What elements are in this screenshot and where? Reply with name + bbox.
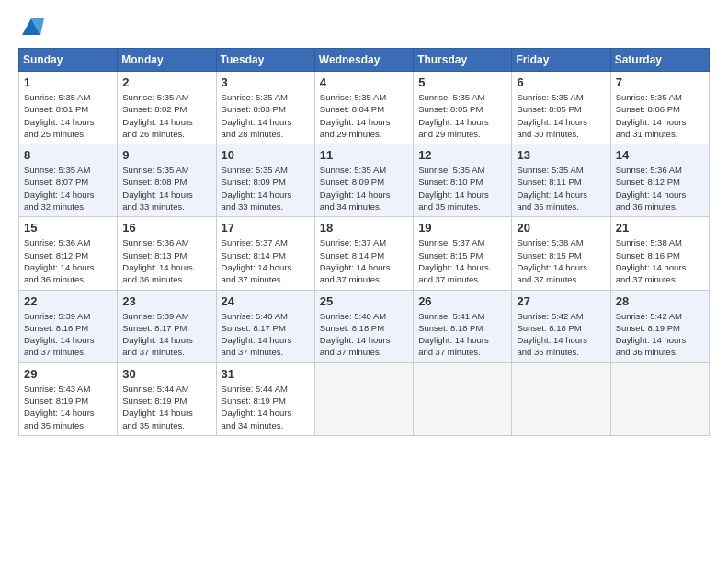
calendar-cell: 2Sunrise: 5:35 AMSunset: 8:02 PMDaylight…: [118, 72, 216, 144]
calendar-week-0: 1Sunrise: 5:35 AMSunset: 8:01 PMDaylight…: [19, 72, 710, 144]
day-info: Sunrise: 5:35 AMSunset: 8:04 PMDaylight:…: [320, 92, 391, 139]
day-number: 3: [222, 75, 310, 89]
calendar-cell: 21Sunrise: 5:38 AMSunset: 8:16 PMDayligh…: [610, 217, 709, 290]
day-info: Sunrise: 5:35 AMSunset: 8:05 PMDaylight:…: [418, 92, 489, 139]
day-info: Sunrise: 5:44 AMSunset: 8:19 PMDaylight:…: [122, 384, 193, 431]
day-info: Sunrise: 5:35 AMSunset: 8:05 PMDaylight:…: [517, 92, 587, 139]
day-info: Sunrise: 5:35 AMSunset: 8:08 PMDaylight:…: [122, 165, 193, 212]
day-number: 19: [418, 221, 506, 235]
calendar-cell: [512, 362, 610, 435]
calendar-cell: 27Sunrise: 5:42 AMSunset: 8:18 PMDayligh…: [512, 290, 610, 362]
calendar-cell: 16Sunrise: 5:36 AMSunset: 8:13 PMDayligh…: [118, 217, 216, 290]
day-info: Sunrise: 5:39 AMSunset: 8:16 PMDaylight:…: [24, 311, 95, 358]
day-number: 13: [517, 148, 605, 162]
calendar-week-3: 22Sunrise: 5:39 AMSunset: 8:16 PMDayligh…: [19, 290, 710, 362]
day-info: Sunrise: 5:35 AMSunset: 8:09 PMDaylight:…: [222, 165, 292, 212]
day-number: 30: [122, 367, 210, 381]
day-info: Sunrise: 5:35 AMSunset: 8:09 PMDaylight:…: [320, 165, 391, 212]
calendar-cell: 28Sunrise: 5:42 AMSunset: 8:19 PMDayligh…: [610, 290, 709, 362]
day-number: 4: [320, 75, 408, 89]
day-info: Sunrise: 5:35 AMSunset: 8:11 PMDaylight:…: [517, 165, 587, 212]
day-number: 15: [24, 221, 112, 235]
day-number: 16: [122, 221, 210, 235]
day-number: 24: [222, 294, 310, 308]
day-number: 2: [122, 75, 210, 89]
day-number: 22: [24, 294, 112, 308]
day-number: 27: [517, 294, 605, 308]
calendar-cell: 15Sunrise: 5:36 AMSunset: 8:12 PMDayligh…: [19, 217, 118, 290]
day-info: Sunrise: 5:40 AMSunset: 8:18 PMDaylight:…: [320, 311, 391, 358]
day-info: Sunrise: 5:37 AMSunset: 8:14 PMDaylight:…: [222, 237, 292, 284]
day-info: Sunrise: 5:37 AMSunset: 8:15 PMDaylight:…: [418, 237, 489, 284]
header-sunday: Sunday: [19, 49, 118, 72]
calendar-cell: 26Sunrise: 5:41 AMSunset: 8:18 PMDayligh…: [414, 290, 512, 362]
calendar-cell: 29Sunrise: 5:43 AMSunset: 8:19 PMDayligh…: [19, 362, 118, 435]
day-info: Sunrise: 5:41 AMSunset: 8:18 PMDaylight:…: [418, 311, 489, 358]
header-friday: Friday: [512, 49, 610, 72]
day-number: 23: [122, 294, 210, 308]
header-thursday: Thursday: [414, 49, 512, 72]
calendar-cell: 9Sunrise: 5:35 AMSunset: 8:08 PMDaylight…: [118, 144, 216, 217]
calendar-week-2: 15Sunrise: 5:36 AMSunset: 8:12 PMDayligh…: [19, 217, 710, 290]
day-info: Sunrise: 5:42 AMSunset: 8:18 PMDaylight:…: [517, 311, 587, 358]
calendar-week-1: 8Sunrise: 5:35 AMSunset: 8:07 PMDaylight…: [19, 144, 710, 217]
day-info: Sunrise: 5:35 AMSunset: 8:06 PMDaylight:…: [616, 92, 687, 139]
calendar-page: SundayMondayTuesdayWednesdayThursdayFrid…: [0, 0, 728, 563]
calendar-cell: 11Sunrise: 5:35 AMSunset: 8:09 PMDayligh…: [314, 144, 413, 217]
calendar-cell: 4Sunrise: 5:35 AMSunset: 8:04 PMDaylight…: [314, 72, 413, 144]
day-info: Sunrise: 5:35 AMSunset: 8:03 PMDaylight:…: [222, 92, 292, 139]
calendar-cell: 8Sunrise: 5:35 AMSunset: 8:07 PMDaylight…: [19, 144, 118, 217]
calendar-cell: 3Sunrise: 5:35 AMSunset: 8:03 PMDaylight…: [216, 72, 314, 144]
day-number: 12: [418, 148, 506, 162]
day-number: 21: [616, 221, 704, 235]
calendar-cell: 20Sunrise: 5:38 AMSunset: 8:15 PMDayligh…: [512, 217, 610, 290]
day-info: Sunrise: 5:43 AMSunset: 8:19 PMDaylight:…: [24, 384, 95, 431]
day-info: Sunrise: 5:38 AMSunset: 8:16 PMDaylight:…: [616, 237, 687, 284]
day-number: 5: [418, 75, 506, 89]
day-info: Sunrise: 5:40 AMSunset: 8:17 PMDaylight:…: [222, 311, 292, 358]
calendar-cell: 6Sunrise: 5:35 AMSunset: 8:05 PMDaylight…: [512, 72, 610, 144]
day-number: 29: [24, 367, 112, 381]
day-info: Sunrise: 5:35 AMSunset: 8:07 PMDaylight:…: [24, 165, 95, 212]
header: [18, 15, 710, 40]
day-number: 10: [222, 148, 310, 162]
calendar-cell: [314, 362, 413, 435]
calendar-cell: 24Sunrise: 5:40 AMSunset: 8:17 PMDayligh…: [216, 290, 314, 362]
day-info: Sunrise: 5:42 AMSunset: 8:19 PMDaylight:…: [616, 311, 687, 358]
calendar-cell: 10Sunrise: 5:35 AMSunset: 8:09 PMDayligh…: [216, 144, 314, 217]
logo-icon: [18, 15, 44, 40]
day-info: Sunrise: 5:44 AMSunset: 8:19 PMDaylight:…: [222, 384, 292, 431]
day-number: 1: [24, 75, 112, 89]
calendar-cell: [610, 362, 709, 435]
day-info: Sunrise: 5:39 AMSunset: 8:17 PMDaylight:…: [122, 311, 193, 358]
logo: [18, 15, 48, 40]
day-number: 14: [616, 148, 704, 162]
day-number: 7: [616, 75, 704, 89]
day-number: 28: [616, 294, 704, 308]
day-number: 26: [418, 294, 506, 308]
calendar-cell: 5Sunrise: 5:35 AMSunset: 8:05 PMDaylight…: [414, 72, 512, 144]
calendar-cell: 25Sunrise: 5:40 AMSunset: 8:18 PMDayligh…: [314, 290, 413, 362]
calendar-cell: 12Sunrise: 5:35 AMSunset: 8:10 PMDayligh…: [414, 144, 512, 217]
header-tuesday: Tuesday: [216, 49, 314, 72]
calendar-cell: 30Sunrise: 5:44 AMSunset: 8:19 PMDayligh…: [118, 362, 216, 435]
calendar-cell: 31Sunrise: 5:44 AMSunset: 8:19 PMDayligh…: [216, 362, 314, 435]
day-number: 31: [222, 367, 310, 381]
calendar-cell: 17Sunrise: 5:37 AMSunset: 8:14 PMDayligh…: [216, 217, 314, 290]
day-info: Sunrise: 5:36 AMSunset: 8:12 PMDaylight:…: [616, 165, 687, 212]
calendar-cell: 13Sunrise: 5:35 AMSunset: 8:11 PMDayligh…: [512, 144, 610, 217]
day-info: Sunrise: 5:38 AMSunset: 8:15 PMDaylight:…: [517, 237, 587, 284]
calendar-table: SundayMondayTuesdayWednesdayThursdayFrid…: [18, 48, 710, 436]
calendar-cell: 18Sunrise: 5:37 AMSunset: 8:14 PMDayligh…: [314, 217, 413, 290]
header-monday: Monday: [118, 49, 216, 72]
day-number: 9: [122, 148, 210, 162]
day-number: 11: [320, 148, 408, 162]
calendar-week-4: 29Sunrise: 5:43 AMSunset: 8:19 PMDayligh…: [19, 362, 710, 435]
calendar-cell: 22Sunrise: 5:39 AMSunset: 8:16 PMDayligh…: [19, 290, 118, 362]
calendar-cell: 23Sunrise: 5:39 AMSunset: 8:17 PMDayligh…: [118, 290, 216, 362]
header-saturday: Saturday: [610, 49, 709, 72]
calendar-cell: 19Sunrise: 5:37 AMSunset: 8:15 PMDayligh…: [414, 217, 512, 290]
calendar-cell: 1Sunrise: 5:35 AMSunset: 8:01 PMDaylight…: [19, 72, 118, 144]
day-number: 17: [222, 221, 310, 235]
day-info: Sunrise: 5:35 AMSunset: 8:10 PMDaylight:…: [418, 165, 489, 212]
